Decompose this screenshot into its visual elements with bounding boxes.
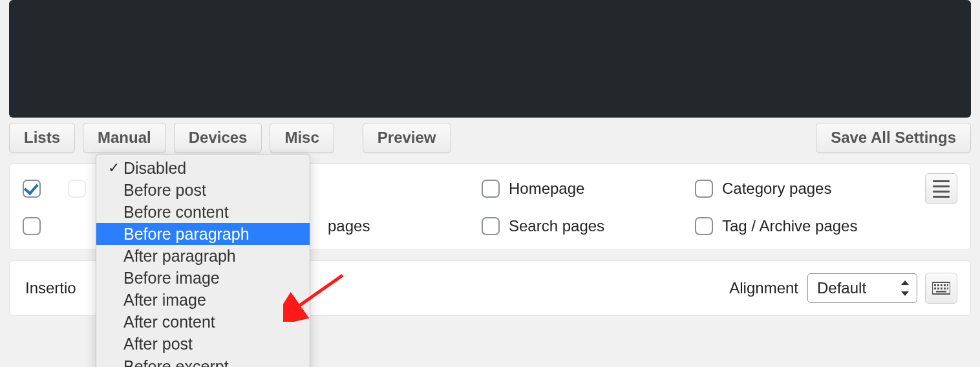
code-editor-area[interactable] <box>9 0 971 118</box>
tag-archive-pages-checkbox[interactable] <box>695 217 713 235</box>
category-pages-label: Category pages <box>722 180 831 198</box>
svg-rect-3 <box>941 284 943 286</box>
keyboard-icon <box>932 282 950 295</box>
insertion-label: Insertio <box>23 279 76 297</box>
options-toolbar: Lists Manual Devices Misc Preview Save A… <box>9 123 971 153</box>
insertion-option-label: Before image <box>123 269 220 288</box>
category-pages-checkbox[interactable] <box>695 180 713 198</box>
insertion-option[interactable]: After content <box>96 311 310 333</box>
insertion-option[interactable]: After paragraph <box>96 245 310 267</box>
alignment-label: Alignment <box>729 279 798 297</box>
keyboard-button[interactable] <box>925 273 957 304</box>
alignment-select[interactable]: Default <box>807 273 917 303</box>
manual-button[interactable]: Manual <box>83 123 166 153</box>
alignment-select-value: Default <box>817 279 866 297</box>
insertion-option-label: After content <box>123 313 215 331</box>
check-icon: ✓ <box>104 160 123 176</box>
homepage-label: Homepage <box>509 180 584 198</box>
insertion-option[interactable]: Before paragraph <box>96 223 310 245</box>
svg-rect-5 <box>947 284 948 286</box>
insertion-option-label: Disabled <box>123 159 186 178</box>
search-pages-checkbox[interactable] <box>482 217 500 235</box>
insertion-option[interactable]: Before image <box>96 267 310 289</box>
toggle-list-button[interactable] <box>925 173 957 204</box>
static-pages-checkbox[interactable] <box>23 217 41 235</box>
lists-button[interactable]: Lists <box>9 123 75 153</box>
insertion-option-label: Before paragraph <box>123 225 250 244</box>
insertion-option[interactable]: After post <box>96 333 310 355</box>
preview-button[interactable]: Preview <box>363 123 451 153</box>
search-pages-label: Search pages <box>509 217 604 235</box>
svg-rect-10 <box>947 288 948 289</box>
save-all-settings-button[interactable]: Save All Settings <box>816 123 971 153</box>
tag-archive-pages-label: Tag / Archive pages <box>722 217 857 235</box>
homepage-checkbox[interactable] <box>482 180 500 198</box>
static-pages-label-partial: pages <box>328 217 370 235</box>
insertion-option[interactable]: Before excerpt <box>96 355 310 367</box>
posts-checkbox[interactable] <box>23 180 41 198</box>
devices-button[interactable]: Devices <box>174 123 262 153</box>
svg-rect-11 <box>936 291 946 293</box>
svg-rect-8 <box>941 288 943 289</box>
insertion-option-label: Before excerpt <box>123 357 229 368</box>
insertion-option-label: After image <box>123 291 206 309</box>
insertion-option-label: Before content <box>123 203 229 222</box>
svg-rect-1 <box>934 284 936 286</box>
misc-button[interactable]: Misc <box>270 123 334 153</box>
insertion-dropdown[interactable]: ✓DisabledBefore postBefore contentBefore… <box>96 154 310 367</box>
svg-rect-9 <box>944 288 946 289</box>
posts-secondary-checkbox[interactable] <box>68 180 86 198</box>
insertion-option[interactable]: After image <box>96 289 310 311</box>
insertion-option[interactable]: Before content <box>96 201 310 223</box>
svg-rect-2 <box>937 284 939 286</box>
svg-rect-4 <box>944 284 946 286</box>
insertion-option[interactable]: Before post <box>96 179 310 201</box>
insertion-option-label: After post <box>123 335 193 353</box>
insertion-option-label: Before post <box>123 181 206 200</box>
insertion-option[interactable]: ✓Disabled <box>96 157 310 179</box>
insertion-option-label: After paragraph <box>123 247 236 266</box>
svg-rect-6 <box>934 288 936 289</box>
svg-rect-7 <box>937 288 939 289</box>
